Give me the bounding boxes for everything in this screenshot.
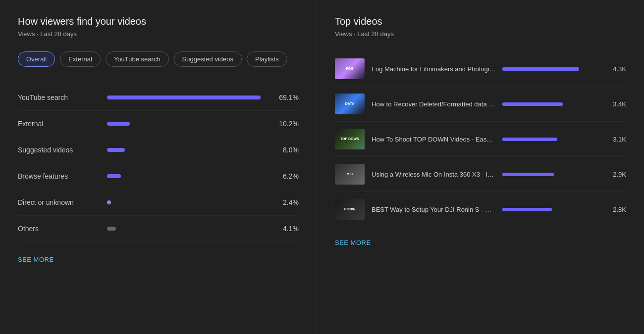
left-see-more[interactable]: SEE MORE xyxy=(18,256,299,263)
metric-bar-container-2 xyxy=(107,148,274,152)
metric-bar-2 xyxy=(107,148,125,152)
video-bar-4 xyxy=(502,208,552,211)
metric-label-4: Direct or unknown xyxy=(18,198,107,206)
video-title-2: How To Shoot TOP DOWN Videos - Easy D... xyxy=(372,136,495,143)
metric-bar-3 xyxy=(107,174,121,178)
video-thumb-2: TOP DOWN xyxy=(335,129,365,149)
right-panel-subtitle: Views · Last 28 days xyxy=(335,30,626,38)
metric-bar-container-5 xyxy=(107,227,274,231)
tab-overall[interactable]: Overall xyxy=(18,51,55,67)
metric-bar-container-1 xyxy=(107,122,274,126)
video-bar-container-1 xyxy=(502,102,597,106)
metric-row-0: YouTube search69.1% xyxy=(18,85,299,111)
metric-percent-3: 6.2% xyxy=(274,172,299,180)
video-row-4[interactable]: RONINBEST Way to Setup Your DJI Ronin S … xyxy=(335,192,626,227)
video-bar-1 xyxy=(502,102,563,106)
video-count-2: 3.1K xyxy=(604,136,626,143)
metric-label-5: Others xyxy=(18,225,107,233)
video-count-1: 3.4K xyxy=(604,100,626,108)
metric-row-1: External10.2% xyxy=(18,111,299,137)
tab-playlists[interactable]: Playlists xyxy=(247,51,287,67)
right-panel-title: Top videos xyxy=(335,16,626,27)
metric-bar-0 xyxy=(107,95,261,99)
video-count-4: 2.8K xyxy=(604,206,626,213)
metric-row-4: Direct or unknown2.4% xyxy=(18,190,299,216)
video-count-0: 4.3K xyxy=(604,65,626,73)
video-row-1[interactable]: DATAHow to Recover Deleted/Formatted dat… xyxy=(335,87,626,122)
video-row-3[interactable]: MICUsing a Wireless Mic On Insta 360 X3 … xyxy=(335,157,626,192)
video-row-0[interactable]: FOGFog Machine for Filmmakers and Photog… xyxy=(335,51,626,87)
metric-percent-1: 10.2% xyxy=(274,120,299,128)
video-title-3: Using a Wireless Mic On Insta 360 X3 - I… xyxy=(372,171,495,178)
main-container: How viewers find your videos Views · Las… xyxy=(0,0,644,334)
video-bar-0 xyxy=(502,67,579,71)
left-panel: How viewers find your videos Views · Las… xyxy=(0,0,317,334)
video-bar-2 xyxy=(502,138,557,141)
metric-bar-container-4 xyxy=(107,200,274,204)
tab-external[interactable]: External xyxy=(60,51,101,67)
video-thumb-1: DATA xyxy=(335,94,365,114)
right-panel: Top videos Views · Last 28 days FOGFog M… xyxy=(317,0,644,334)
video-row-2[interactable]: TOP DOWNHow To Shoot TOP DOWN Videos - E… xyxy=(335,122,626,157)
metric-label-3: Browse features xyxy=(18,172,107,180)
metric-label-0: YouTube search xyxy=(18,94,107,101)
video-bar-container-3 xyxy=(502,173,597,176)
left-panel-title: How viewers find your videos xyxy=(18,16,299,27)
left-panel-subtitle: Views · Last 28 days xyxy=(18,30,299,38)
video-bar-container-0 xyxy=(502,67,597,71)
metric-percent-4: 2.4% xyxy=(274,198,299,206)
metric-list: YouTube search69.1%External10.2%Suggeste… xyxy=(18,85,299,242)
tab-youtube-search[interactable]: YouTube search xyxy=(106,51,169,67)
metric-row-2: Suggested videos8.0% xyxy=(18,137,299,163)
metric-percent-2: 8.0% xyxy=(274,146,299,154)
video-bar-container-4 xyxy=(502,208,597,211)
metric-bar-1 xyxy=(107,122,130,126)
filter-tabs: OverallExternalYouTube searchSuggested v… xyxy=(18,51,299,67)
metric-percent-0: 69.1% xyxy=(274,94,299,101)
video-title-1: How to Recover Deleted/Formatted data f.… xyxy=(372,100,495,108)
right-see-more[interactable]: SEE MORE xyxy=(335,239,626,246)
metric-bar-container-0 xyxy=(107,95,274,99)
metric-percent-5: 4.1% xyxy=(274,225,299,233)
video-bar-3 xyxy=(502,173,554,176)
video-title-0: Fog Machine for Filmmakers and Photogr..… xyxy=(372,65,495,73)
video-thumb-0: FOG xyxy=(335,58,365,79)
tab-suggested-videos[interactable]: Suggested videos xyxy=(174,51,242,67)
video-thumb-3: MIC xyxy=(335,164,365,185)
metric-bar-5 xyxy=(107,227,116,231)
metric-label-2: Suggested videos xyxy=(18,146,107,154)
video-count-3: 2.9K xyxy=(604,171,626,178)
video-bar-container-2 xyxy=(502,138,597,141)
metric-label-1: External xyxy=(18,120,107,128)
video-title-4: BEST Way to Setup Your DJI Ronin S - Ho.… xyxy=(372,206,495,213)
metric-row-5: Others4.1% xyxy=(18,216,299,242)
metric-bar-4 xyxy=(107,200,111,204)
metric-bar-container-3 xyxy=(107,174,274,178)
video-list: FOGFog Machine for Filmmakers and Photog… xyxy=(335,51,626,227)
metric-row-3: Browse features6.2% xyxy=(18,163,299,190)
video-thumb-4: RONIN xyxy=(335,199,365,220)
